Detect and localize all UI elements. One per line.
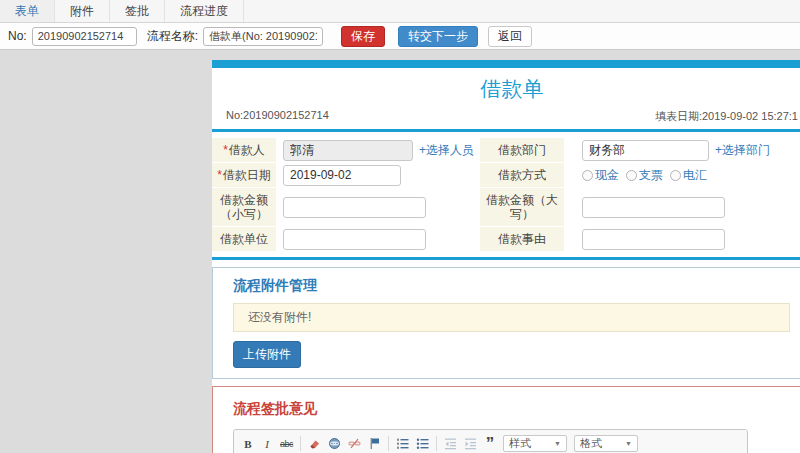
department-input[interactable]	[582, 140, 709, 161]
tab-approval[interactable]: 签批	[110, 0, 165, 22]
italic-icon[interactable]: I	[261, 436, 273, 451]
chevron-down-icon: ▼	[554, 440, 561, 447]
toolbar-separator	[300, 436, 301, 451]
back-button[interactable]: 返回	[488, 26, 532, 47]
required-marker: *	[217, 168, 222, 182]
attachments-heading: 流程附件管理	[233, 277, 791, 295]
format-dropdown[interactable]: 格式 ▼	[574, 435, 638, 452]
loan-date-row: *借款日期	[212, 163, 480, 187]
toolbar-separator	[436, 436, 437, 451]
upload-attachment-button[interactable]: 上传附件	[233, 341, 301, 368]
tab-bar: 表单 附件 签批 流程进度	[0, 0, 800, 23]
radio-wire[interactable]: 电汇	[670, 167, 707, 184]
no-attachments-notice: 还没有附件!	[233, 303, 790, 332]
next-step-button[interactable]: 转交下一步	[398, 26, 478, 47]
select-person-link[interactable]: +选择人员	[419, 142, 474, 159]
loan-method-row: 借款方式 现金 支票 电汇	[480, 163, 800, 187]
amount-uppercase-label: 借款金额（大写）	[480, 188, 564, 226]
toolbar: No: 流程名称: 保存 转交下一步 返回	[0, 23, 800, 50]
document-title: 借款单	[212, 68, 800, 109]
loan-reason-label: 借款事由	[480, 227, 564, 251]
toolbar-separator	[388, 436, 389, 451]
strikethrough-icon[interactable]: abc	[280, 436, 293, 451]
loan-method-radio-group: 现金 支票 电汇	[582, 167, 707, 184]
blockquote-icon[interactable]: ”	[484, 436, 496, 451]
editor-toolbar: B I abc	[234, 430, 747, 453]
document-panel: 借款单 No:20190902152714 填表日期:2019-09-02 15…	[212, 60, 800, 453]
radio-cash[interactable]: 现金	[582, 167, 619, 184]
remove-format-icon[interactable]	[308, 436, 321, 451]
tab-progress[interactable]: 流程进度	[165, 0, 244, 22]
process-name-label: 流程名称:	[147, 28, 198, 45]
bold-icon[interactable]: B	[242, 436, 254, 451]
styles-dropdown[interactable]: 样式 ▼	[503, 435, 567, 452]
borrower-label: *借款人	[212, 138, 276, 162]
loan-reason-input[interactable]	[582, 229, 725, 250]
loan-unit-label: 借款单位	[212, 227, 276, 251]
required-marker: *	[223, 143, 228, 157]
loan-reason-row: 借款事由	[480, 227, 800, 251]
page-background: 借款单 No:20190902152714 填表日期:2019-09-02 15…	[0, 50, 800, 453]
select-department-link[interactable]: +选择部门	[715, 142, 770, 159]
link-icon[interactable]	[328, 436, 341, 451]
tab-form[interactable]: 表单	[0, 0, 55, 22]
no-label: No:	[8, 29, 27, 43]
department-row: 借款部门 +选择部门	[480, 138, 800, 162]
amount-lowercase-input[interactable]	[283, 197, 426, 218]
attachments-section: 流程附件管理 还没有附件! 上传附件	[212, 267, 800, 379]
amount-lowercase-label: 借款金额（小写）	[212, 188, 276, 226]
radio-circle-icon	[626, 170, 637, 181]
amount-uppercase-input[interactable]	[582, 197, 725, 218]
rich-text-editor: B I abc	[233, 429, 748, 453]
department-label: 借款部门	[480, 138, 564, 162]
bulleted-list-icon[interactable]	[416, 436, 429, 451]
radio-circle-icon	[670, 170, 681, 181]
no-input[interactable]	[32, 27, 137, 46]
radio-circle-icon	[582, 170, 593, 181]
document-number: No:20190902152714	[226, 109, 329, 124]
tab-attachment[interactable]: 附件	[55, 0, 110, 22]
indent-icon[interactable]	[464, 436, 477, 451]
form-left-column: *借款人 +选择人员 *借款日期 借款金额（小写）	[212, 137, 480, 252]
amount-uppercase-row: 借款金额（大写）	[480, 188, 800, 226]
unlink-icon[interactable]	[348, 436, 361, 451]
radio-check[interactable]: 支票	[626, 167, 663, 184]
loan-method-label: 借款方式	[480, 163, 564, 187]
form-right-column: 借款部门 +选择部门 借款方式 现金 支票 电汇	[480, 137, 800, 252]
document-meta: No:20190902152714 填表日期:2019-09-02 15:27:…	[212, 109, 800, 132]
loan-form: *借款人 +选择人员 *借款日期 借款金额（小写）	[212, 132, 800, 260]
outdent-icon[interactable]	[444, 436, 457, 451]
process-name-input[interactable]	[203, 27, 323, 46]
save-button[interactable]: 保存	[341, 26, 385, 47]
loan-unit-input[interactable]	[283, 229, 426, 250]
panel-accent-bar	[212, 60, 800, 68]
approval-heading: 流程签批意见	[233, 400, 791, 418]
loan-unit-row: 借款单位	[212, 227, 480, 251]
borrower-row: *借款人 +选择人员	[212, 138, 480, 162]
amount-lowercase-row: 借款金额（小写）	[212, 188, 480, 226]
anchor-flag-icon[interactable]	[368, 436, 381, 451]
document-date: 填表日期:2019-09-02 15:27:1	[655, 109, 798, 124]
chevron-down-icon: ▼	[625, 440, 632, 447]
numbered-list-icon[interactable]	[396, 436, 409, 451]
borrower-input[interactable]	[283, 140, 413, 161]
loan-date-label: *借款日期	[212, 163, 276, 187]
loan-date-input[interactable]	[283, 165, 401, 186]
approval-section: 流程签批意见 B I abc	[212, 386, 800, 453]
